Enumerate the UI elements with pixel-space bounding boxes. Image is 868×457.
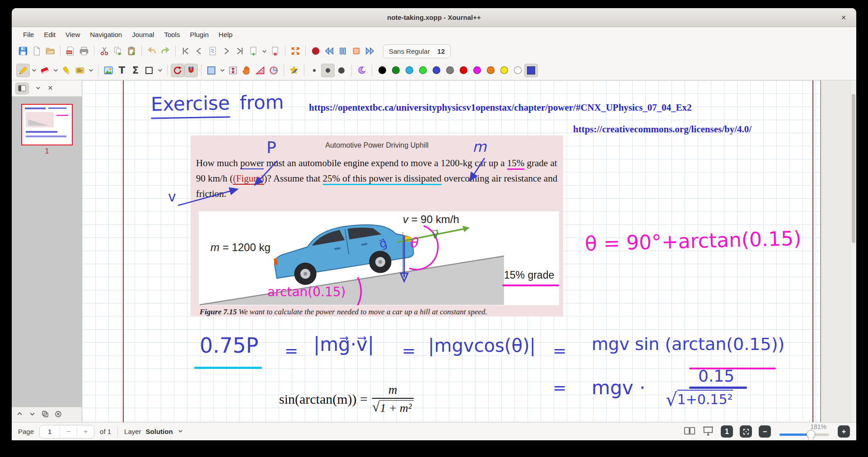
goto-next-page-icon[interactable] [219, 44, 233, 58]
menu-view[interactable]: View [61, 29, 85, 40]
new-document-icon[interactable] [30, 44, 43, 58]
duplicate-page-icon[interactable] [42, 410, 49, 420]
record-audio-icon[interactable] [309, 44, 322, 58]
figure-link[interactable]: (Figure) [233, 173, 264, 185]
shape-options-chevron-icon[interactable] [156, 64, 164, 77]
shape-tool-icon[interactable] [142, 64, 156, 77]
delete-page-circle-icon[interactable] [55, 410, 62, 420]
move-page-up-icon[interactable] [16, 410, 23, 419]
pen-tool-icon[interactable] [16, 64, 30, 77]
save-icon[interactable] [16, 44, 30, 58]
color-picker-button[interactable] [524, 64, 538, 77]
redo-icon[interactable] [159, 44, 172, 58]
hand-tool-icon[interactable] [240, 64, 253, 77]
copy-icon[interactable] [111, 44, 125, 58]
color-swatch-button[interactable] [416, 64, 429, 77]
stroke-thick-icon[interactable] [335, 64, 348, 77]
font-selector[interactable]: Sans Regular 12 [383, 44, 451, 58]
color-swatch-button[interactable] [443, 64, 457, 77]
color-swatch-button[interactable] [375, 64, 389, 77]
color-swatch-button[interactable] [457, 64, 470, 77]
new-page-dropdown-chevron-icon[interactable] [260, 44, 268, 58]
select-text-tool-icon[interactable] [73, 64, 87, 77]
zoom-in-button[interactable]: + [838, 425, 850, 438]
move-page-down-icon[interactable] [29, 410, 36, 419]
stroke-medium-icon[interactable] [321, 64, 335, 77]
vertical-space-tool-icon[interactable] [226, 64, 240, 77]
presentation-mode-icon[interactable] [702, 425, 714, 438]
zoom-fit-button[interactable] [740, 425, 752, 438]
menu-plugin[interactable]: Plugin [185, 29, 214, 40]
page-number-input[interactable]: 1 [40, 425, 60, 438]
layer-select-value[interactable]: Solution [146, 428, 173, 435]
shape-recognizer-icon[interactable] [287, 64, 301, 77]
text-tool-icon[interactable]: T [115, 64, 129, 77]
color-swatch-button[interactable] [389, 64, 402, 77]
select-rectangle-icon[interactable] [205, 64, 218, 77]
select-text-chevron-icon[interactable] [87, 64, 95, 77]
compass-tool-icon[interactable] [267, 64, 280, 77]
zoom-slider[interactable]: 181% [778, 423, 831, 441]
goto-annotated-page-icon[interactable] [206, 44, 219, 58]
paste-icon[interactable] [125, 44, 138, 58]
scrollbar-thumb[interactable] [852, 94, 855, 243]
print-icon[interactable] [77, 44, 91, 58]
pair-pages-icon[interactable] [684, 425, 695, 438]
goto-first-page-icon[interactable] [179, 44, 192, 58]
stroke-fine-icon[interactable] [308, 64, 321, 77]
page-decrement-button[interactable]: − [60, 425, 77, 438]
new-page-after-icon[interactable] [247, 44, 260, 58]
page-increment-button[interactable]: + [77, 425, 94, 438]
vertical-scrollbar[interactable] [850, 80, 856, 422]
color-swatch-button[interactable] [429, 64, 443, 77]
sidebar-close-icon[interactable] [47, 84, 53, 93]
forward-icon[interactable] [363, 44, 377, 58]
eraser-tool-icon[interactable] [38, 64, 51, 77]
open-folder-icon[interactable] [43, 44, 57, 58]
pen-options-chevron-icon[interactable] [30, 64, 38, 77]
color-swatch-button[interactable] [484, 64, 497, 77]
document-page[interactable]: Exercisefrom https://opentextbc.ca/unive… [82, 80, 821, 422]
menu-tools[interactable]: Tools [159, 29, 185, 40]
menu-file[interactable]: File [18, 29, 39, 40]
undo-icon[interactable] [145, 44, 159, 58]
zoom-slider-handle[interactable] [807, 430, 815, 438]
goto-last-page-icon[interactable] [233, 44, 247, 58]
rewind-icon[interactable] [322, 44, 336, 58]
problem-text-part: must an automobile engine expend to move… [264, 158, 507, 168]
cut-icon[interactable] [98, 44, 111, 58]
layer-dropdown-chevron-icon[interactable] [177, 428, 183, 436]
insert-image-icon[interactable] [102, 64, 115, 77]
zoom-100-button[interactable]: 1 [721, 425, 733, 438]
typeset-equation: sin(arctan(m)) = m √1 + m² [279, 383, 414, 415]
menu-navigation[interactable]: Navigation [85, 29, 127, 40]
sidebar-dropdown-chevron-icon[interactable] [35, 84, 41, 93]
color-swatch-button[interactable] [402, 64, 416, 77]
stop-icon[interactable] [350, 44, 363, 58]
setsquare-tool-icon[interactable] [253, 64, 267, 77]
pause-icon[interactable] [336, 44, 350, 58]
fullscreen-icon[interactable] [289, 44, 302, 58]
color-swatch-button[interactable] [497, 64, 511, 77]
select-options-chevron-icon[interactable] [218, 64, 226, 77]
sidebar-panel-toggle-icon[interactable] [15, 83, 29, 94]
color-swatch-button[interactable] [511, 64, 524, 77]
grid-snapping-magnet-icon[interactable] [184, 64, 198, 77]
zoom-out-button[interactable]: − [759, 425, 771, 438]
tex-tool-icon[interactable]: Σ [129, 64, 142, 77]
export-pdf-icon[interactable]: PDF [64, 44, 77, 58]
close-icon[interactable]: × [838, 12, 849, 23]
menu-help[interactable]: Help [214, 29, 238, 40]
page-thumbnail[interactable] [21, 104, 73, 145]
rotation-snapping-icon[interactable] [171, 64, 184, 77]
zoom-slider-track[interactable] [779, 434, 829, 436]
fill-tool-icon[interactable] [355, 64, 369, 77]
goto-previous-page-icon[interactable] [192, 44, 206, 58]
problem-word-power: power [240, 158, 264, 169]
eraser-options-chevron-icon[interactable] [51, 64, 60, 77]
color-swatch-button[interactable] [470, 64, 484, 77]
delete-page-icon[interactable] [268, 44, 282, 58]
menu-edit[interactable]: Edit [39, 29, 61, 40]
highlighter-tool-icon[interactable] [60, 64, 73, 77]
menu-journal[interactable]: Journal [127, 29, 159, 40]
